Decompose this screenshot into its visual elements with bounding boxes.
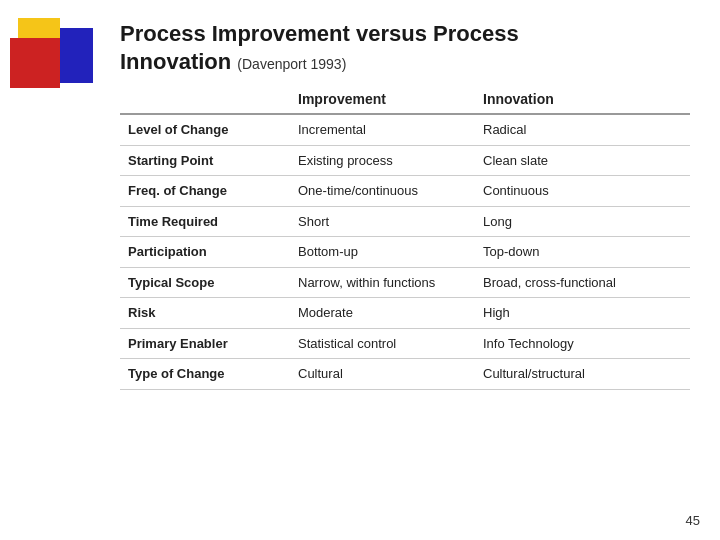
col-header-innovation: Innovation [475, 87, 690, 114]
table-row: Freq. of ChangeOne-time/continuousContin… [120, 176, 690, 207]
row-label: Risk [120, 298, 290, 329]
row-improvement: Existing process [290, 145, 475, 176]
row-innovation: Cultural/structural [475, 359, 690, 390]
title-line2-text: Innovation [120, 49, 231, 74]
row-improvement: One-time/continuous [290, 176, 475, 207]
row-label: Typical Scope [120, 267, 290, 298]
row-improvement: Bottom-up [290, 237, 475, 268]
row-innovation: Top-down [475, 237, 690, 268]
row-label: Starting Point [120, 145, 290, 176]
page-number: 45 [686, 513, 700, 528]
row-innovation: Long [475, 206, 690, 237]
table-row: Type of ChangeCulturalCultural/structura… [120, 359, 690, 390]
row-improvement: Narrow, within functions [290, 267, 475, 298]
row-improvement: Short [290, 206, 475, 237]
title-subtitle: (Davenport 1993) [237, 56, 346, 72]
table-row: Level of ChangeIncrementalRadical [120, 114, 690, 145]
title-block: Process Improvement versus Process Innov… [120, 20, 690, 75]
table-row: RiskModerateHigh [120, 298, 690, 329]
row-improvement: Moderate [290, 298, 475, 329]
row-improvement: Statistical control [290, 328, 475, 359]
table-row: Primary EnablerStatistical controlInfo T… [120, 328, 690, 359]
row-label: Freq. of Change [120, 176, 290, 207]
table-row: Typical ScopeNarrow, within functionsBro… [120, 267, 690, 298]
row-label: Primary Enabler [120, 328, 290, 359]
row-innovation: Radical [475, 114, 690, 145]
title-line1: Process Improvement versus Process Innov… [120, 20, 690, 75]
row-label: Participation [120, 237, 290, 268]
comparison-table: Improvement Innovation Level of ChangeIn… [120, 87, 690, 390]
table-row: Starting PointExisting processClean slat… [120, 145, 690, 176]
row-innovation: Clean slate [475, 145, 690, 176]
row-label: Time Required [120, 206, 290, 237]
row-label: Type of Change [120, 359, 290, 390]
deco-red-block [10, 38, 60, 88]
title-line1-text: Process Improvement versus Process [120, 21, 519, 46]
decorative-blocks [0, 0, 110, 130]
row-improvement: Cultural [290, 359, 475, 390]
row-innovation: Broad, cross-functional [475, 267, 690, 298]
page-container: Process Improvement versus Process Innov… [0, 0, 720, 540]
table-row: ParticipationBottom-upTop-down [120, 237, 690, 268]
table-header-row: Improvement Innovation [120, 87, 690, 114]
row-innovation: Continuous [475, 176, 690, 207]
row-improvement: Incremental [290, 114, 475, 145]
col-header-label [120, 87, 290, 114]
row-innovation: Info Technology [475, 328, 690, 359]
col-header-improvement: Improvement [290, 87, 475, 114]
table-row: Time RequiredShortLong [120, 206, 690, 237]
row-label: Level of Change [120, 114, 290, 145]
row-innovation: High [475, 298, 690, 329]
